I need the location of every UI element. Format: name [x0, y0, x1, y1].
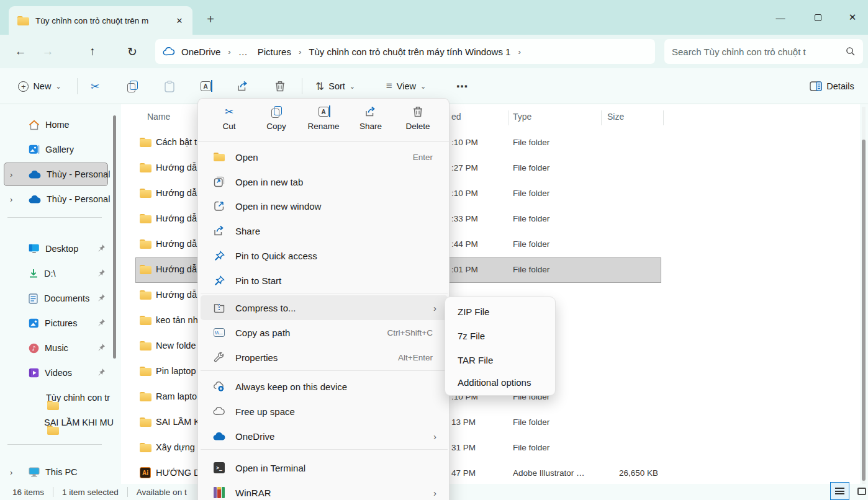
sidebar-item-folder-sai-lam[interactable]: SAI LẦM KHI MU [0, 411, 114, 434]
breadcrumb-pictures[interactable]: Pictures [254, 47, 295, 57]
sidebar-item-folder-tuy-chinh[interactable]: Tùy chỉnh con tr [0, 386, 114, 409]
sidebar-item-gallery[interactable]: Gallery [0, 138, 114, 161]
rename-menu-button[interactable]: ARename [306, 105, 341, 141]
menu-item-open-in-new-window[interactable]: Open in new window [201, 194, 448, 218]
file-date: 31 PM [451, 443, 476, 452]
menu-item-label: Pin to Quick access [235, 251, 317, 261]
folder-icon [140, 443, 151, 452]
sidebar-item-desktop[interactable]: Desktop [0, 237, 114, 261]
search-input[interactable] [672, 47, 846, 57]
new-tab-button[interactable]: + [202, 11, 219, 27]
column-header-type[interactable]: Type [513, 112, 531, 122]
menu-item-pin-to-start[interactable]: Pin to Start [201, 268, 448, 293]
submenu-item-7z-file[interactable]: 7z File [448, 324, 554, 347]
address-bar[interactable]: OneDrive › … Pictures › Tùy chỉnh con tr… [155, 39, 655, 64]
maximize-button[interactable] [800, 5, 836, 30]
sort-button[interactable]: ⇅ Sort ⌄ [308, 76, 363, 97]
share-button[interactable] [231, 76, 255, 97]
sidebar-item-music[interactable]: ♪ Music [0, 336, 114, 360]
more-options-button[interactable]: ⋯ [450, 76, 474, 97]
menu-item-always-keep-on-device[interactable]: Always keep on this device [201, 374, 448, 399]
cut-button[interactable]: ✂ [83, 76, 107, 97]
sidebar-item-d-drive[interactable]: D:\ [0, 262, 114, 285]
share-icon [364, 105, 377, 118]
refresh-button[interactable]: ↻ [122, 41, 143, 62]
sidebar-item-documents[interactable]: Documents [0, 287, 114, 310]
open-new-tab-icon [213, 176, 225, 188]
cut-label: Cut [222, 122, 235, 131]
submenu-item-zip-file[interactable]: ZIP File [448, 300, 554, 323]
menu-item-label: Properties [235, 352, 278, 363]
menu-item-onedrive[interactable]: OneDrive › [201, 424, 448, 449]
rename-button[interactable]: A [194, 76, 217, 97]
breadcrumb-onedrive[interactable]: OneDrive [178, 47, 224, 57]
view-button[interactable]: ≡ View ⌄ [377, 76, 435, 97]
sidebar-item-onedrive-personal-1[interactable]: › Thùy - Personal [0, 163, 114, 186]
menu-item-free-up-space[interactable]: Free up space [201, 399, 448, 424]
menu-item-winrar[interactable]: WinRAR › [201, 480, 448, 500]
breadcrumb-current-folder[interactable]: Tùy chỉnh con trỏ chuột trên máy tính Wi… [305, 47, 514, 57]
onedrive-cloud-icon [163, 47, 175, 56]
details-view-toggle[interactable] [830, 482, 849, 500]
d-drive-icon [29, 269, 38, 279]
new-button[interactable]: + New ⌄ [11, 76, 68, 97]
search-box[interactable] [664, 39, 863, 64]
up-button[interactable]: ↑ [82, 41, 103, 62]
minimize-button[interactable]: — [762, 5, 798, 30]
column-header-date-modified[interactable]: ed [451, 112, 461, 122]
gallery-icon [29, 145, 40, 154]
breadcrumb-ellipsis[interactable]: … [235, 47, 251, 57]
menu-item-label: Share [235, 226, 260, 236]
paste-button[interactable] [158, 76, 181, 97]
column-header-name[interactable]: Name [147, 112, 170, 122]
explorer-tab[interactable]: Tùy chỉnh con trỏ chuột trên m ✕ [9, 6, 192, 35]
close-button[interactable]: ✕ [837, 5, 868, 30]
column-header-size[interactable]: Size [607, 112, 624, 122]
file-name: Hướng dẫ [156, 188, 197, 198]
copy-as-path-icon: \\.. [213, 326, 225, 339]
share-icon [237, 81, 249, 92]
cut-menu-button[interactable]: ✂Cut [212, 105, 246, 141]
sidebar-item-this-pc[interactable]: › This PC [0, 460, 114, 484]
menu-item-pin-to-quick-access[interactable]: Pin to Quick access [201, 243, 448, 268]
share-menu-button[interactable]: Share [353, 105, 388, 141]
delete-icon [413, 105, 423, 118]
menu-item-share[interactable]: Share [201, 218, 448, 243]
menu-item-open-in-new-tab[interactable]: Open in new tab [201, 169, 448, 194]
delete-button[interactable] [268, 76, 292, 97]
menu-item-open-in-terminal[interactable]: >_ Open in Terminal [201, 455, 448, 480]
menu-item-properties[interactable]: Properties Alt+Enter [201, 345, 448, 370]
menu-item-label: Pin to Start [235, 275, 281, 286]
sidebar-scrollbar[interactable] [113, 115, 116, 359]
menu-shortcut: Ctrl+Shift+C [387, 328, 433, 337]
menu-item-open[interactable]: Open Enter [201, 145, 448, 169]
sidebar-item-videos[interactable]: Videos [0, 361, 114, 385]
column-divider[interactable] [663, 110, 664, 125]
copy-menu-button[interactable]: Copy [259, 105, 294, 141]
icons-view-toggle[interactable] [852, 482, 868, 500]
column-divider[interactable] [508, 110, 509, 125]
folder-icon [140, 214, 151, 223]
sidebar-item-pictures[interactable]: Pictures [0, 311, 114, 335]
tab-close-icon[interactable]: ✕ [173, 14, 186, 27]
menu-item-compress-to[interactable]: Compress to... › [201, 295, 448, 320]
sidebar-item-home[interactable]: Home [0, 113, 114, 136]
sidebar-item-onedrive-personal-2[interactable]: › Thùy - Personal [0, 187, 114, 211]
back-button[interactable]: ← [10, 41, 31, 62]
menu-item-copy-as-path[interactable]: \\.. Copy as path Ctrl+Shift+C [201, 320, 448, 345]
submenu-item-tar-file[interactable]: TAR File [448, 348, 554, 372]
pin-icon [97, 269, 106, 277]
details-pane-button[interactable]: Details [803, 76, 861, 97]
breadcrumb-chevron: › [517, 47, 522, 56]
plus-icon: + [18, 81, 29, 92]
copy-button[interactable] [120, 76, 144, 97]
compress-icon [213, 301, 225, 314]
delete-menu-button[interactable]: Delete [400, 105, 435, 141]
column-divider[interactable] [601, 110, 602, 125]
file-type: File folder [513, 443, 549, 452]
sort-button-label: Sort [328, 81, 345, 91]
file-list-scrollbar-thumb[interactable] [862, 140, 866, 481]
folder-icon [140, 138, 151, 147]
forward-button[interactable]: → [37, 41, 58, 62]
submenu-item-additional-options[interactable]: Additional options [448, 370, 554, 394]
